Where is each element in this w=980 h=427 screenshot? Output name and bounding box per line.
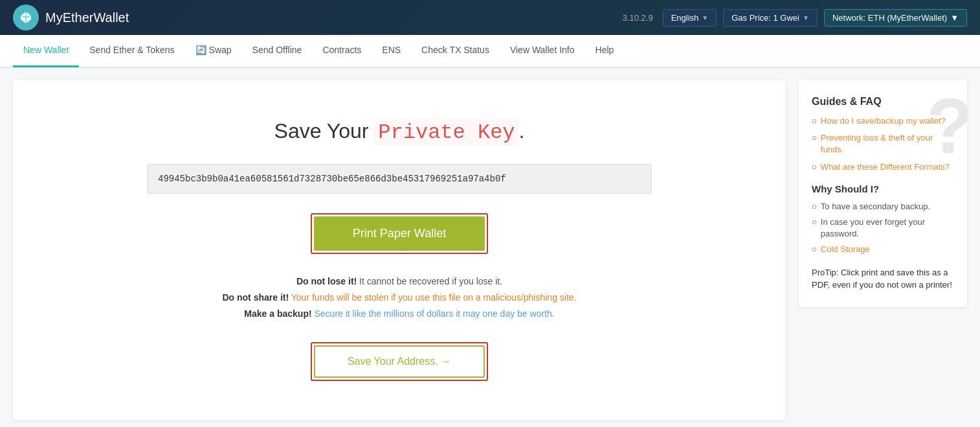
content-card: Save Your Private Key. 49945bc3b9b0a41ea… — [13, 80, 786, 420]
nav-item-ens[interactable]: ENS — [372, 35, 411, 67]
gas-price-selector[interactable]: Gas Price: 1 Gwei ▼ — [723, 9, 818, 27]
save-your-address-button[interactable]: Save Your Address. → — [314, 345, 485, 378]
warning-lose: Do not lose it! It cannot be recovered i… — [222, 273, 576, 290]
warnings-section: Do not lose it! It cannot be recovered i… — [222, 273, 576, 323]
warning-share: Do not share it! Your funds will be stol… — [222, 290, 576, 306]
nav-item-swap[interactable]: 🔄 Swap — [185, 35, 242, 67]
sidebar: ? Guides & FAQ ○ How do I save/backup my… — [799, 80, 967, 420]
network-selector[interactable]: Network: ETH (MyEtherWallet) ▼ — [824, 9, 967, 27]
sidebar-link-backup[interactable]: ○ How do I save/backup my wallet? — [812, 115, 954, 127]
why-should-i-title: Why Should I? — [812, 183, 954, 194]
reason-forget-password: ○ In case you ever forget your password. — [812, 216, 954, 240]
nav-item-new-wallet[interactable]: New Wallet — [13, 35, 79, 67]
bullet-icon: ○ — [812, 216, 817, 228]
header-right: 3.10.2.9 English ▼ Gas Price: 1 Gwei ▼ N… — [623, 9, 967, 27]
sidebar-link-formats[interactable]: ○ What are these Different Formats? — [812, 161, 954, 173]
print-btn-wrapper: Print Paper Wallet — [311, 213, 488, 254]
chevron-down-icon: ▼ — [803, 14, 809, 21]
sidebar-link-preventing-loss[interactable]: ○ Preventing loss & theft of your funds. — [812, 132, 954, 156]
chevron-down-icon: ▼ — [702, 14, 708, 21]
version-text: 3.10.2.9 — [623, 13, 653, 23]
save-address-wrapper: Save Your Address. → — [311, 342, 488, 381]
logo-icon — [13, 5, 39, 30]
nav-item-send-ether[interactable]: Send Ether & Tokens — [79, 35, 184, 67]
brand-name: MyEtherWallet — [45, 10, 129, 25]
language-selector[interactable]: English ▼ — [663, 9, 717, 27]
nav-item-help[interactable]: Help — [585, 35, 625, 67]
print-paper-wallet-button[interactable]: Print Paper Wallet — [314, 216, 485, 251]
bullet-icon: ○ — [812, 133, 817, 143]
swap-icon: 🔄 — [195, 45, 206, 55]
sidebar-card: ? Guides & FAQ ○ How do I save/backup my… — [799, 80, 967, 307]
reason-secondary-backup: ○ To have a secondary backup. — [812, 201, 954, 213]
warning-backup: Make a backup! Secure it like the millio… — [222, 306, 576, 322]
sidebar-content: Guides & FAQ ○ How do I save/backup my w… — [812, 96, 954, 292]
bullet-icon: ○ — [812, 116, 817, 126]
bullet-icon: ○ — [812, 201, 817, 213]
nav-item-contracts[interactable]: Contracts — [312, 35, 372, 67]
header: MyEtherWallet 3.10.2.9 English ▼ Gas Pri… — [0, 0, 980, 35]
private-key-label: Private Key — [374, 119, 518, 146]
main-layout: Save Your Private Key. 49945bc3b9b0a41ea… — [0, 67, 980, 427]
header-left: MyEtherWallet — [13, 5, 129, 30]
private-key-display: 49945bc3b9b0a41ea60581561d7328730be65e86… — [147, 164, 652, 194]
nav-item-view-wallet[interactable]: View Wallet Info — [500, 35, 585, 67]
nav-item-check-tx[interactable]: Check TX Status — [411, 35, 500, 67]
pro-tip-text: ProTip: Click print and save this as a P… — [812, 266, 954, 292]
bullet-icon: ○ — [812, 162, 817, 172]
main-nav: New Wallet Send Ether & Tokens 🔄 Swap Se… — [0, 35, 980, 67]
guides-faq-title: Guides & FAQ — [812, 96, 954, 108]
chevron-down-icon: ▼ — [950, 13, 959, 23]
sidebar-link-cold-storage[interactable]: ○ Cold Storage — [812, 244, 954, 255]
bullet-icon: ○ — [812, 244, 817, 254]
page-title: Save Your Private Key. — [274, 119, 525, 144]
nav-item-send-offline[interactable]: Send Offline — [242, 35, 313, 67]
